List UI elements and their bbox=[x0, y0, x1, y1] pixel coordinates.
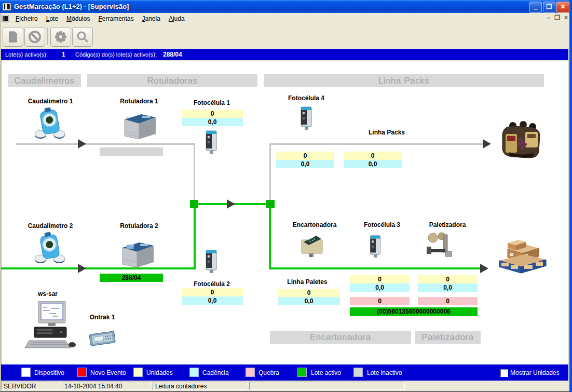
menu-modulos[interactable]: Módulos bbox=[62, 13, 94, 24]
new-document-icon bbox=[7, 31, 19, 43]
linha-paletes-label: Linha Paletes bbox=[287, 278, 327, 286]
window-left-border bbox=[0, 13, 1, 391]
linha-packs1-units-counter: 0 bbox=[276, 152, 334, 160]
paletes-end-arrow bbox=[480, 264, 488, 273]
linha-packs2-cadencia-counter: 0,0 bbox=[344, 160, 402, 168]
search-button[interactable] bbox=[72, 27, 93, 47]
ws-sar-icon[interactable] bbox=[24, 301, 77, 354]
legend-label-unidades: Unidades bbox=[146, 369, 173, 376]
mdi-restore-button[interactable]: ❐ bbox=[554, 14, 560, 21]
toolbar bbox=[0, 24, 572, 48]
rotuladora1-label: Rotuladora 1 bbox=[120, 98, 158, 105]
rotuladora1-lote-badge bbox=[100, 147, 163, 156]
restore-button[interactable]: ❐ bbox=[543, 2, 555, 13]
paletizadora-quebra-counter: 0 bbox=[418, 297, 478, 305]
new-document-button[interactable] bbox=[3, 27, 23, 47]
window-title: GestMarcação (L1+2) - [Supervisão] bbox=[14, 3, 129, 10]
window-right-border bbox=[569, 0, 572, 392]
linha-paletes-units-counter: 0 bbox=[278, 289, 340, 297]
barcode-app-icon bbox=[3, 3, 11, 11]
status-extra bbox=[249, 382, 405, 390]
paletizadora-label: Paletizadora bbox=[429, 221, 466, 228]
paletizadora-cadencia-counter: 0,0 bbox=[418, 283, 478, 292]
rotuladora2-icon[interactable] bbox=[119, 240, 155, 271]
encartonadora-label: Encartonadora bbox=[293, 221, 337, 228]
section-rotuladoras: Rotuladoras bbox=[87, 74, 257, 87]
linha-packs1-cadencia-counter: 0,0 bbox=[276, 160, 334, 168]
barcode-mdi-icon bbox=[2, 15, 9, 22]
legend-bar: Dispositivo Novo Evento Unidades Cadênci… bbox=[1, 364, 568, 381]
status-datetime: 14-10-2004 15:04:40 bbox=[62, 382, 151, 390]
caudalimetro2-label: Caudalimetro 2 bbox=[28, 222, 73, 229]
menu-bar: Ficheiro Lote Módulos Ferramentas Janela… bbox=[0, 13, 572, 25]
fotocelula1-units-counter: 0 bbox=[182, 110, 243, 118]
menu-ferramentas[interactable]: Ferramentas bbox=[94, 13, 138, 24]
close-button[interactable]: ✕ bbox=[556, 2, 569, 13]
legend-swatch-novo-evento bbox=[78, 368, 86, 376]
fotocelula2-icon[interactable] bbox=[205, 248, 219, 276]
mostrar-unidades-label: Mostrar Unidades bbox=[510, 369, 560, 376]
fotocelula1-label: Fotocélula 1 bbox=[194, 99, 230, 106]
legend-label-quebra: Quebra bbox=[258, 369, 279, 376]
caudalimetro1-icon[interactable] bbox=[33, 106, 66, 142]
active-lots-bar: Lote(s) activo(s): 1 Código(s) do(s) lot… bbox=[1, 49, 568, 60]
junction-flow-arrow bbox=[227, 199, 235, 209]
menu-ajuda[interactable]: Ajuda bbox=[165, 13, 189, 24]
fotocelula3-units-counter: 0 bbox=[350, 275, 410, 283]
active-codes-label: Código(s) do(s) lote(s) activo(s): bbox=[75, 51, 157, 58]
ontrak1-icon[interactable] bbox=[88, 329, 116, 349]
minimize-button[interactable]: _ bbox=[529, 2, 542, 13]
legend-label-cadencia: Cadência bbox=[202, 369, 229, 376]
mdi-close-button[interactable]: × bbox=[564, 14, 568, 21]
mostrar-unidades-checkbox[interactable] bbox=[500, 369, 508, 377]
cancel-button[interactable] bbox=[24, 27, 45, 47]
fotocelula2-cadencia-counter: 0,0 bbox=[182, 296, 243, 305]
status-activity: Leitura contadores bbox=[153, 382, 247, 390]
linha-packs-label: Linha Packs bbox=[369, 129, 405, 136]
legend-swatch-cadencia bbox=[190, 368, 198, 376]
rotuladora2-label: Rotuladora 2 bbox=[120, 222, 158, 229]
fotocelula1-icon[interactable] bbox=[205, 129, 219, 157]
section-paletizadora: Paletizadora bbox=[415, 331, 481, 344]
fotocelula2-units-counter: 0 bbox=[182, 288, 243, 296]
rotuladora2-lote-badge: 288/04 bbox=[100, 274, 163, 282]
fotocelula4-label: Fotocélula 4 bbox=[288, 94, 324, 102]
title-bar: GestMarcação (L1+2) - [Supervisão] _ ❐ ✕ bbox=[0, 0, 572, 13]
menu-janela[interactable]: Janela bbox=[138, 13, 165, 24]
caudalimetro2-icon[interactable] bbox=[33, 231, 66, 266]
legend-swatch-lote-activo bbox=[298, 368, 306, 376]
legend-label-lote-activo: Lote activo bbox=[311, 369, 341, 376]
ws-sar-label: ws-sar bbox=[38, 290, 58, 298]
packs-gray-horizontal bbox=[270, 143, 484, 145]
app-window: GestMarcação (L1+2) - [Supervisão] _ ❐ ✕… bbox=[0, 0, 572, 392]
fotocelula3-icon[interactable] bbox=[369, 234, 383, 261]
status-server: SERVIDOR bbox=[1, 382, 60, 390]
menu-lote[interactable]: Lote bbox=[42, 13, 62, 24]
legend-label-dispositivo: Dispositivo bbox=[34, 369, 64, 376]
packs-product-image bbox=[498, 120, 544, 164]
caudalimetro1-label: Caudalimetro 1 bbox=[28, 98, 73, 105]
fotocelula2-label: Fotocélula 2 bbox=[194, 280, 230, 288]
paletizadora-units-counter: 0 bbox=[418, 275, 478, 283]
menu-ficheiro[interactable]: Ficheiro bbox=[11, 13, 42, 24]
paletizadora-icon[interactable] bbox=[425, 232, 453, 261]
fotocelula3-label: Fotocélula 3 bbox=[364, 221, 400, 228]
fotocelula4-icon[interactable] bbox=[299, 105, 314, 133]
mdi-minimize-button[interactable]: – bbox=[547, 14, 551, 21]
search-icon bbox=[76, 30, 89, 44]
line1-gray-horizontal bbox=[16, 143, 195, 145]
paletes-green-horizontal bbox=[269, 267, 483, 269]
settings-button[interactable] bbox=[50, 27, 71, 47]
linha-paletes-cadencia-counter: 0,0 bbox=[278, 297, 340, 305]
rotuladora1-icon[interactable] bbox=[121, 111, 157, 142]
paletes-green-vertical bbox=[269, 205, 271, 269]
cancel-icon bbox=[28, 30, 42, 44]
status-bar: SERVIDOR 14-10-2004 15:04:40 Leitura con… bbox=[0, 381, 572, 391]
encartonadora-icon[interactable] bbox=[298, 232, 325, 260]
ontrak1-label: Ontrak 1 bbox=[90, 314, 115, 321]
gear-icon bbox=[54, 30, 67, 44]
legend-label-novo-evento: Novo Evento bbox=[90, 369, 126, 376]
active-lots-value: 1 bbox=[62, 51, 65, 58]
sscc-badge: (00)560135600000000006 bbox=[350, 307, 478, 316]
section-encartonadora: Encartonadora bbox=[270, 331, 411, 344]
